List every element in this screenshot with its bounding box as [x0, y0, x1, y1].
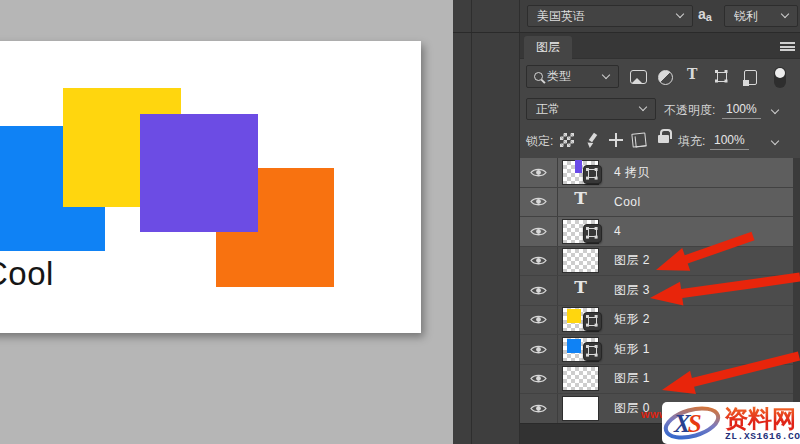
layer-thumbnail[interactable]: T — [562, 276, 606, 305]
layer-list: 4 拷贝TCool4图层 2T图层 3矩形 2矩形 1图层 1图层 0 — [520, 158, 800, 424]
eye-icon — [530, 285, 547, 296]
layer-visibility-toggle[interactable] — [520, 247, 558, 276]
canvas-square-purple[interactable] — [140, 114, 258, 232]
layer-visibility-toggle[interactable] — [520, 335, 558, 364]
layers-panel: 图层 类型 T 正常 不透明度: 100% 锁定: 填充: 100% — [520, 33, 800, 444]
layer-row[interactable]: 矩形 1 — [520, 335, 800, 365]
layer-thumbnail[interactable] — [562, 217, 606, 246]
smart-object-badge-icon — [583, 224, 602, 243]
filter-type-dropdown[interactable]: 类型 — [526, 65, 619, 88]
filter-adjustment-layers-icon[interactable] — [658, 70, 673, 85]
layer-name[interactable]: 4 拷贝 — [614, 164, 650, 181]
layer-thumbnail[interactable] — [562, 305, 606, 334]
anti-alias-icon: aa — [698, 5, 712, 23]
layer-visibility-toggle[interactable] — [520, 306, 558, 335]
canvas-area[interactable]: Cool — [0, 0, 453, 444]
layer-row[interactable]: 4 拷贝 — [520, 158, 800, 188]
search-icon — [534, 72, 543, 81]
layer-thumbnail[interactable] — [562, 158, 606, 187]
layer-name[interactable]: 4 — [614, 224, 621, 238]
layer-thumbnail[interactable]: T — [562, 187, 606, 216]
eye-icon — [530, 344, 547, 355]
thumbnail-color-chip — [567, 339, 581, 353]
fill-value[interactable]: 100% — [710, 133, 749, 150]
artboard[interactable]: Cool — [0, 41, 421, 333]
fill-thumbnail — [562, 396, 599, 421]
layer-visibility-toggle[interactable] — [520, 276, 558, 305]
checker-thumbnail — [562, 248, 599, 273]
layer-row[interactable]: TCool — [520, 188, 800, 218]
eye-icon — [530, 167, 547, 178]
layer-name[interactable]: Cool — [614, 195, 641, 209]
layer-row[interactable]: T图层 3 — [520, 276, 800, 306]
canvas-text-cool[interactable]: Cool — [0, 255, 54, 293]
svg-text:XS: XS — [673, 410, 702, 437]
filter-pixel-layers-icon[interactable] — [630, 70, 647, 84]
filter-type-layers-icon[interactable]: T — [687, 66, 697, 82]
layer-filter-row: 类型 T — [520, 61, 800, 93]
layer-thumbnail[interactable] — [562, 246, 606, 275]
chevron-down-icon — [781, 10, 789, 18]
chevron-down-icon[interactable] — [771, 106, 779, 114]
layer-thumbnail[interactable] — [562, 335, 606, 364]
layer-row[interactable]: 图层 1 — [520, 365, 800, 395]
layer-visibility-toggle[interactable] — [520, 394, 558, 423]
blend-mode-row: 正常 不透明度: 100% — [520, 95, 800, 125]
panel-gutter — [453, 0, 520, 444]
layer-name[interactable]: 矩形 2 — [614, 311, 650, 328]
fill-label: 填充: — [678, 133, 705, 150]
watermark: XS 资料网 ZL.XS1616.COM — [662, 402, 800, 444]
layer-thumbnail[interactable] — [562, 394, 606, 423]
chevron-down-icon — [602, 70, 610, 78]
language-dropdown-value: 美国英语 — [528, 8, 585, 25]
opacity-value[interactable]: 100% — [722, 102, 761, 119]
layer-row[interactable]: 4 — [520, 217, 800, 247]
opacity-label: 不透明度: — [664, 102, 715, 119]
panel-tab-bar: 图层 — [520, 33, 800, 59]
text-layer-icon: T — [562, 277, 599, 297]
anti-alias-dropdown-value: 锐利 — [725, 8, 758, 25]
layer-row[interactable]: 矩形 2 — [520, 306, 800, 336]
filter-smart-object-icon[interactable] — [744, 70, 757, 85]
checker-thumbnail — [562, 366, 599, 391]
gutter-seam — [471, 0, 472, 444]
anti-alias-dropdown[interactable]: 锐利 — [724, 5, 798, 27]
chevron-down-icon — [676, 10, 684, 18]
eye-icon — [530, 196, 547, 207]
blend-mode-value: 正常 — [527, 101, 560, 118]
chevron-down-icon — [639, 103, 647, 111]
filter-type-label: 类型 — [547, 68, 571, 85]
lock-pixels-brush-icon[interactable] — [585, 133, 599, 147]
lock-row: 锁定: 填充: 100% — [520, 126, 800, 156]
layer-visibility-toggle[interactable] — [520, 217, 558, 246]
layer-name[interactable]: 图层 3 — [614, 282, 650, 299]
eye-icon — [530, 226, 547, 237]
panel-menu-icon[interactable] — [780, 42, 795, 51]
thumbnail-color-chip — [567, 309, 581, 323]
layer-visibility-toggle[interactable] — [520, 188, 558, 217]
divider — [453, 32, 800, 33]
language-dropdown[interactable]: 美国英语 — [527, 5, 693, 27]
filter-shape-layers-icon[interactable] — [715, 70, 729, 84]
watermark-site-url: ZL.XS1616.COM — [725, 431, 800, 442]
tab-layers[interactable]: 图层 — [524, 36, 572, 59]
layer-visibility-toggle[interactable] — [520, 158, 558, 187]
layer-name[interactable]: 图层 2 — [614, 252, 650, 269]
blend-mode-dropdown[interactable]: 正常 — [526, 98, 656, 120]
layer-row[interactable]: 图层 2 — [520, 247, 800, 277]
layer-thumbnail[interactable] — [562, 364, 606, 393]
smart-object-badge-icon — [583, 165, 602, 184]
layer-visibility-toggle[interactable] — [520, 365, 558, 394]
smart-object-badge-icon — [583, 312, 602, 331]
chevron-down-icon[interactable] — [771, 137, 779, 145]
lock-position-move-icon[interactable] — [609, 133, 623, 147]
watermark-logo-icon: XS — [662, 403, 724, 443]
lock-all-icon[interactable] — [658, 135, 669, 143]
layer-name[interactable]: 矩形 1 — [614, 341, 650, 358]
scrollbar-track[interactable] — [793, 158, 800, 424]
lock-artboard-icon[interactable] — [631, 132, 646, 147]
filter-toggle-switch[interactable] — [774, 67, 786, 88]
lock-transparency-icon[interactable] — [560, 133, 574, 147]
eye-icon — [530, 373, 547, 384]
layer-name[interactable]: 图层 1 — [614, 370, 650, 387]
